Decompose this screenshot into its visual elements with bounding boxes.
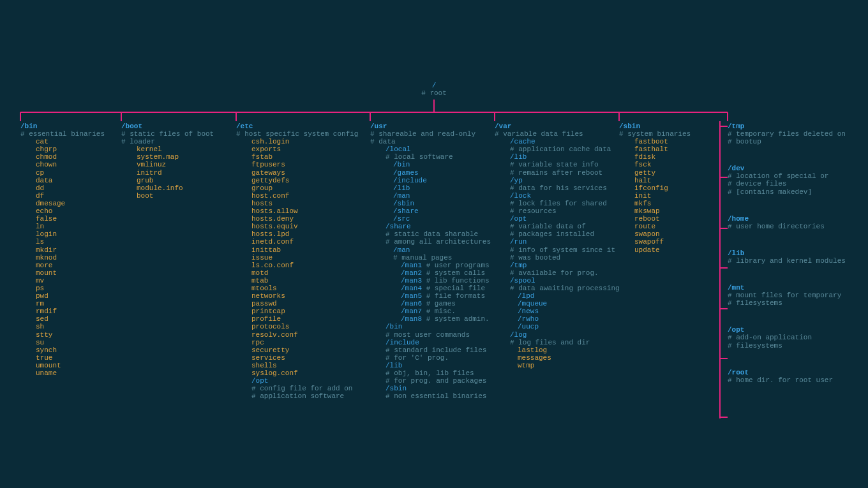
col-usr: /usr # shareable and read-only# data /lo…: [370, 122, 495, 403]
col-right: /tmp# temporary files deleted on# bootup…: [728, 122, 854, 403]
col-etc: /etc # host specific system config csh.l…: [236, 122, 370, 403]
dir-bin: /bin: [20, 122, 117, 130]
col-bin: /bin # essential binaries catchgrpchmodc…: [20, 122, 121, 403]
dir-usr: /usr: [370, 122, 491, 130]
dir-etc: /etc: [236, 122, 366, 130]
col-var: /var # variable data files /cache# appli…: [495, 122, 619, 403]
dir-boot: /boot: [121, 122, 232, 130]
col-sbin: /sbin # system binaries fastbootfasthalt…: [619, 122, 728, 403]
dir-var: /var: [495, 122, 615, 130]
col-boot: /boot # static files of boot# loader ker…: [121, 122, 236, 403]
root-node: / # root: [0, 82, 868, 97]
dir-sbin: /sbin: [619, 122, 724, 130]
